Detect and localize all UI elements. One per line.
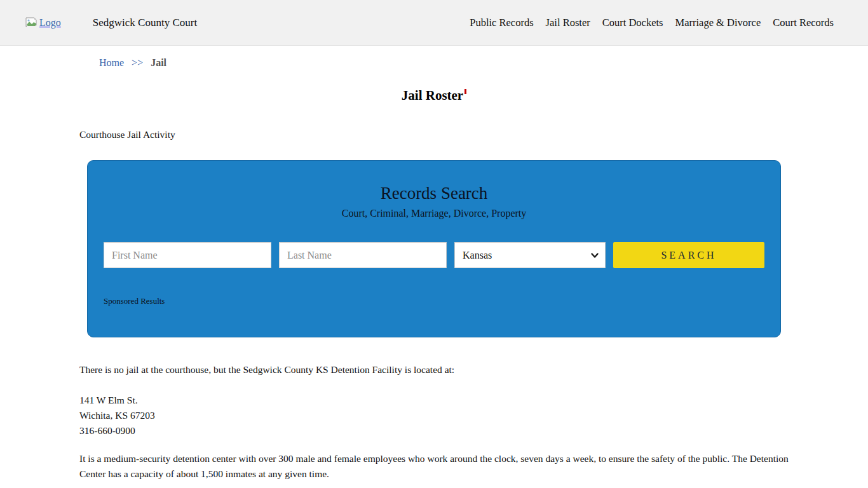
breadcrumb-home-link[interactable]: Home [99,57,124,68]
page-subtitle: Courthouse Jail Activity [79,129,789,140]
nav-court-records[interactable]: Court Records [773,17,834,29]
address-line-street: 141 W Elm St. [79,393,789,408]
site-header: Logo Sedgwick County Court Public Record… [0,0,868,46]
state-select[interactable]: Kansas [454,242,606,268]
state-select-wrap: Kansas [454,242,606,268]
address-block: 141 W Elm St. Wichita, KS 67203 316-660-… [79,393,789,438]
page-title: Jail Roster [79,88,789,104]
records-search-panel: Records Search Court, Criminal, Marriage… [87,160,781,337]
main-nav: Public Records Jail Roster Court Dockets… [470,17,834,29]
logo-alt-text: Logo [39,17,61,29]
logo-link[interactable]: Logo [25,17,61,29]
nav-public-records[interactable]: Public Records [470,17,533,29]
address-line-phone: 316-660-0900 [79,423,789,438]
breadcrumb-current: Jail [151,57,166,68]
site-title: Sedgwick County Court [93,17,197,29]
page-title-text: Jail Roster [402,88,463,103]
nav-jail-roster[interactable]: Jail Roster [546,17,590,29]
nav-court-dockets[interactable]: Court Dockets [602,17,663,29]
jail-intro-text: There is no jail at the courthouse, but … [79,364,789,376]
jail-description-text: It is a medium-security detention center… [79,451,789,482]
search-panel-title: Records Search [104,184,764,203]
records-search-form: Kansas SEARCH [104,242,764,268]
last-name-input[interactable] [279,242,447,268]
nav-marriage-divorce[interactable]: Marriage & Divorce [675,17,761,29]
address-line-city: Wichita, KS 67203 [79,408,789,423]
search-button[interactable]: SEARCH [613,242,764,268]
first-name-input[interactable] [104,242,271,268]
main-content: Home >> Jail Jail Roster Courthouse Jail… [79,57,789,482]
breadcrumb: Home >> Jail [99,57,789,69]
red-tick-mark [465,89,466,94]
breadcrumb-separator: >> [132,57,143,68]
search-panel-subtitle: Court, Criminal, Marriage, Divorce, Prop… [104,208,764,219]
broken-image-icon [25,17,37,28]
sponsored-results-label: Sponsored Results [104,296,764,306]
brand-area: Logo Sedgwick County Court [25,17,197,29]
